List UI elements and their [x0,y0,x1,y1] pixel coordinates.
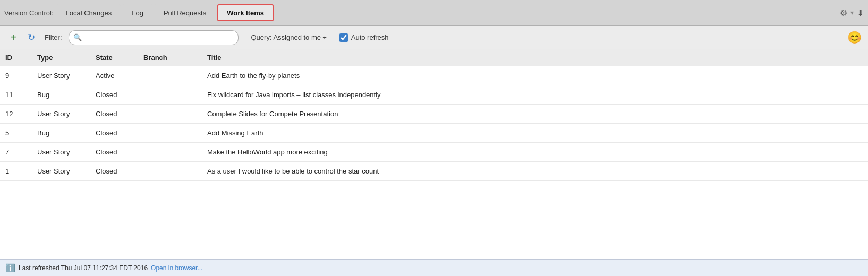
add-button[interactable]: + [6,31,20,45]
search-wrapper: 🔍 [69,30,239,45]
cell-type: User Story [32,143,90,162]
cell-id: 1 [0,162,32,181]
tab-pull-requests[interactable]: Pull Requests [155,4,215,21]
cell-id: 11 [0,85,32,105]
cell-title: Fix wildcard for Java imports – list cla… [202,85,868,105]
cell-id: 7 [0,143,32,162]
cell-title: Make the HelloWorld app more exciting [202,143,868,162]
tab-bar-actions: ⚙ ▾ ⬇ [840,8,864,18]
download-icon[interactable]: ⬇ [857,8,864,18]
table-row[interactable]: 7User StoryClosedMake the HelloWorld app… [0,143,868,162]
cell-id: 9 [0,66,32,85]
auto-refresh-label: Auto refresh [351,33,389,41]
cell-title: As a user I would like to be able to con… [202,162,868,181]
cell-state: Closed [90,143,138,162]
table-row[interactable]: 5BugClosedAdd Missing Earth [0,124,868,143]
query-selector[interactable]: Query: Assigned to me ÷ [251,33,327,41]
gear-dropdown-arrow[interactable]: ▾ [850,9,854,16]
toolbar: + ↻ Filter: 🔍 Query: Assigned to me ÷ Au… [0,26,868,49]
search-icon: 🔍 [73,33,82,41]
cell-type: User Story [32,66,90,85]
cell-state: Closed [90,85,138,105]
cell-type: User Story [32,105,90,124]
cell-title: Complete Slides for Compete Presentation [202,105,868,124]
refresh-button[interactable]: ↻ [24,31,38,45]
cell-type: User Story [32,162,90,181]
cell-state: Closed [90,105,138,124]
cell-type: Bug [32,85,90,105]
smiley-icon[interactable]: 😊 [847,31,862,45]
cell-type: Bug [32,124,90,143]
auto-refresh-checkbox[interactable] [339,33,348,42]
col-header-title: Title [202,49,868,66]
col-header-type: Type [32,49,90,66]
main-content: + ↻ Filter: 🔍 Query: Assigned to me ÷ Au… [0,26,868,276]
table-row[interactable]: 11BugClosedFix wildcard for Java imports… [0,85,868,105]
auto-refresh-wrapper: Auto refresh [339,33,389,42]
version-control-label: Version Control: [4,9,54,17]
search-input[interactable] [84,33,234,41]
work-items-table: ID Type State Branch Title 9User StoryAc… [0,49,868,181]
tab-bar: Version Control: Local Changes Log Pull … [0,0,868,26]
tab-work-items[interactable]: Work Items [217,4,274,21]
table-row[interactable]: 9User StoryActiveAdd Earth to the fly-by… [0,66,868,85]
table-body: 9User StoryActiveAdd Earth to the fly-by… [0,66,868,181]
tab-local-changes[interactable]: Local Changes [57,4,121,21]
cell-state: Closed [90,162,138,181]
filter-label: Filter: [45,33,62,41]
status-text: Last refreshed Thu Jul 07 11:27:34 EDT 2… [19,264,148,272]
cell-state: Active [90,66,138,85]
cell-branch [138,66,202,85]
cell-title: Add Earth to the fly-by planets [202,66,868,85]
table-header-row: ID Type State Branch Title [0,49,868,66]
open-in-browser-link[interactable]: Open in browser... [151,264,202,272]
col-header-branch: Branch [138,49,202,66]
cell-branch [138,85,202,105]
cell-id: 12 [0,105,32,124]
cell-id: 5 [0,124,32,143]
cell-state: Closed [90,124,138,143]
cell-branch [138,105,202,124]
cell-branch [138,124,202,143]
cell-branch [138,162,202,181]
table-row[interactable]: 12User StoryClosedComplete Slides for Co… [0,105,868,124]
col-header-state: State [90,49,138,66]
tab-log[interactable]: Log [123,4,152,21]
table-row[interactable]: 1User StoryClosedAs a user I would like … [0,162,868,181]
gear-icon[interactable]: ⚙ [840,8,847,18]
col-header-id: ID [0,49,32,66]
cell-branch [138,143,202,162]
work-items-table-container: ID Type State Branch Title 9User StoryAc… [0,49,868,259]
cell-title: Add Missing Earth [202,124,868,143]
status-bar: ℹ️ Last refreshed Thu Jul 07 11:27:34 ED… [0,259,868,276]
info-icon: ℹ️ [5,263,15,273]
